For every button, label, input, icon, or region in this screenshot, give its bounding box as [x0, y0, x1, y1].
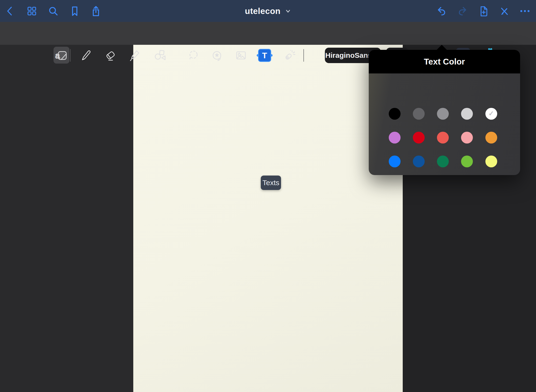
redo-button[interactable] [456, 5, 468, 17]
image-tool-button[interactable] [234, 49, 248, 62]
color-swatch-light-green[interactable] [461, 156, 473, 167]
pen-icon [79, 49, 92, 62]
color-swatch-gray[interactable] [437, 108, 449, 120]
text-tool-button-selected[interactable]: T [258, 49, 271, 62]
selection-handle-right [270, 54, 273, 57]
toolbar-divider [70, 49, 71, 62]
notebook-page[interactable] [133, 45, 403, 392]
undo-button[interactable] [435, 5, 447, 17]
popover-body: ✓ PresetsCustom [369, 73, 520, 175]
lasso-tool-button[interactable] [187, 49, 200, 62]
svg-text:a: a [55, 51, 60, 60]
text-tool-icon: T [262, 51, 267, 60]
popover-title: Text Color [424, 57, 465, 66]
highlighter-tool-button[interactable] [128, 49, 141, 62]
add-page-icon [477, 5, 489, 17]
canvas-background-left [0, 45, 133, 392]
color-swatch-orange[interactable] [485, 132, 497, 144]
stickers-tool-button[interactable] [210, 49, 223, 62]
color-swatch-blue[interactable] [389, 156, 401, 167]
selection-handle-left [257, 54, 259, 57]
goodnotes-window: utelecon [0, 0, 536, 392]
pen-tool-button[interactable] [79, 49, 92, 62]
shapes-tool-button[interactable] [153, 49, 166, 62]
shapes-icon [153, 49, 166, 62]
text-color-popover: Text Color ✓ PresetsCustom [369, 50, 520, 175]
laser-pointer-icon [282, 49, 295, 62]
top-navigation-bar: utelecon [0, 0, 536, 22]
toolbar-divider [303, 49, 304, 62]
eraser-tool-button[interactable] [104, 49, 117, 62]
popover-arrow [436, 45, 447, 50]
color-swatch-navy-blue[interactable] [413, 156, 425, 167]
image-icon [234, 49, 248, 62]
color-swatch-black[interactable] [389, 108, 401, 120]
highlighter-icon [128, 49, 141, 62]
popover-header: Text Color [369, 50, 520, 73]
edit-mode-icon: a [55, 49, 68, 62]
selected-object-label-text: Texts [262, 179, 279, 187]
more-button[interactable] [519, 5, 531, 17]
undo-icon [435, 5, 447, 17]
color-swatch-dark-gray[interactable] [413, 108, 425, 120]
tool-bar: a [0, 22, 536, 45]
color-swatch-coral[interactable] [437, 132, 449, 144]
stop-editing-button[interactable] [498, 5, 510, 17]
document-edit-mode-button[interactable]: a [55, 49, 68, 62]
lasso-icon [187, 49, 200, 62]
color-swatch-green[interactable] [437, 156, 449, 167]
color-swatch-yellow[interactable] [485, 156, 497, 167]
color-swatch-red[interactable] [413, 132, 425, 144]
eraser-icon [104, 49, 117, 62]
add-page-button[interactable] [477, 5, 489, 17]
color-swatch-pink[interactable] [461, 132, 473, 144]
selected-check-icon: ✓ [488, 110, 494, 117]
selected-object-label: Texts [261, 176, 281, 190]
document-title: utelecon [245, 6, 281, 16]
document-title-button[interactable]: utelecon [0, 0, 536, 22]
ellipsis-icon [519, 5, 531, 17]
pen-cross-icon [498, 5, 510, 17]
color-swatch-light-gray[interactable] [461, 108, 473, 120]
chevron-down-icon [285, 8, 291, 14]
laser-pointer-tool-button[interactable] [282, 49, 295, 62]
redo-icon [456, 5, 468, 17]
color-swatch-white[interactable]: ✓ [485, 108, 497, 120]
sticker-star-icon [210, 49, 223, 62]
color-swatch-orchid[interactable] [389, 132, 401, 144]
